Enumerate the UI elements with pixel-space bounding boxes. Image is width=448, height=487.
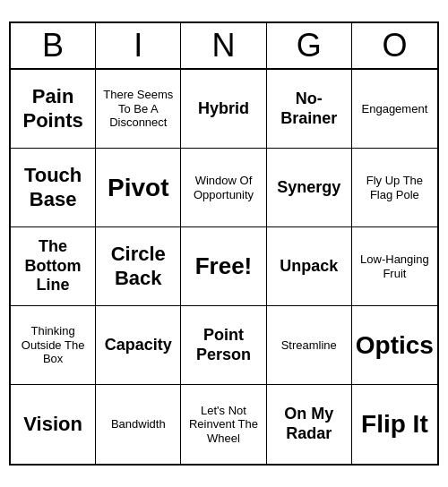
- bingo-cell-1: There Seems To Be A Disconnect: [96, 70, 181, 149]
- bingo-cell-20: Vision: [11, 385, 96, 464]
- bingo-cell-5: Touch Base: [11, 149, 96, 227]
- bingo-cell-13: Unpack: [267, 227, 352, 306]
- bingo-cell-12: Free!: [181, 227, 266, 306]
- bingo-cell-11: Circle Back: [96, 227, 181, 306]
- bingo-cell-3: No-Brainer: [267, 70, 352, 149]
- bingo-cell-17: Point Person: [181, 306, 266, 385]
- header-letter-g: G: [267, 23, 352, 68]
- bingo-cell-16: Capacity: [96, 306, 181, 385]
- bingo-cell-24: Flip It: [352, 385, 437, 464]
- bingo-cell-2: Hybrid: [181, 70, 266, 149]
- header-letter-n: N: [181, 23, 266, 68]
- header-letter-b: B: [11, 23, 96, 68]
- bingo-cell-10: The Bottom Line: [11, 227, 96, 306]
- bingo-cell-0: Pain Points: [11, 70, 96, 149]
- bingo-cell-14: Low-Hanging Fruit: [352, 227, 437, 306]
- bingo-grid: Pain PointsThere Seems To Be A Disconnec…: [11, 70, 437, 464]
- bingo-cell-4: Engagement: [352, 70, 437, 149]
- bingo-header: BINGO: [11, 23, 437, 70]
- header-letter-o: O: [352, 23, 437, 68]
- bingo-card: BINGO Pain PointsThere Seems To Be A Dis…: [9, 21, 439, 466]
- bingo-cell-7: Window Of Opportunity: [181, 149, 266, 227]
- bingo-cell-8: Synergy: [267, 149, 352, 227]
- bingo-cell-15: Thinking Outside The Box: [11, 306, 96, 385]
- bingo-cell-21: Bandwidth: [96, 385, 181, 464]
- bingo-cell-19: Optics: [352, 306, 437, 385]
- header-letter-i: I: [96, 23, 181, 68]
- bingo-cell-23: On My Radar: [267, 385, 352, 464]
- bingo-cell-18: Streamline: [267, 306, 352, 385]
- bingo-cell-9: Fly Up The Flag Pole: [352, 149, 437, 227]
- bingo-cell-6: Pivot: [96, 149, 181, 227]
- bingo-cell-22: Let's Not Reinvent The Wheel: [181, 385, 266, 464]
